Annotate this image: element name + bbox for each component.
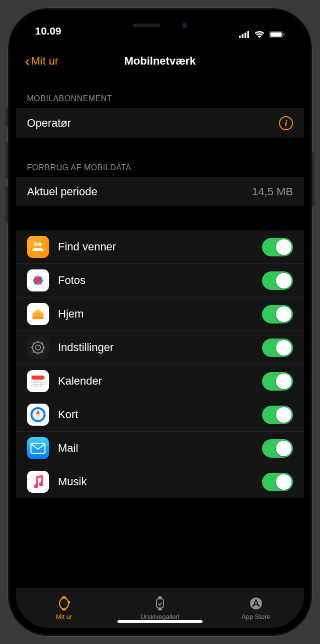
back-button[interactable]: ‹ Mit ur [25,54,58,69]
app-row-kalender: Kalender [16,365,304,398]
watch-face-icon [152,596,168,611]
svg-point-18 [36,345,40,350]
svg-rect-39 [62,596,66,598]
svg-rect-43 [158,596,162,598]
toggle-hjem[interactable] [262,305,293,324]
app-label: Fotos [58,274,262,287]
side-button [312,152,314,207]
music-icon [27,471,49,493]
silent-switch [6,107,8,127]
svg-rect-0 [239,36,241,38]
back-label: Mit ur [31,55,58,68]
svg-line-24 [42,351,43,353]
toggle-find-venner[interactable] [262,238,293,256]
tab-label: Mit ur [56,613,72,620]
app-label: Hjem [58,307,262,320]
svg-line-26 [33,351,34,353]
home-icon [27,303,49,325]
svg-point-45 [250,597,262,609]
settings-icon [27,337,49,359]
toggle-musik[interactable] [262,473,293,491]
info-icon[interactable]: i [279,116,293,130]
carrier-label: Operatør [27,117,71,130]
app-label: Kalender [58,375,262,388]
svg-point-8 [38,243,42,246]
app-list: Find venner Fotos Hjem [16,230,304,498]
tab-label: Urskivegalleri [140,613,180,620]
app-row-hjem: Hjem [16,297,304,331]
toggle-fotos[interactable] [262,271,293,290]
tab-label: App Store [242,613,270,620]
svg-rect-2 [244,33,246,38]
volume-up-button [6,142,8,179]
page-title: Mobilnetværk [124,55,196,68]
svg-point-7 [34,243,38,246]
chevron-left-icon: ‹ [25,54,30,69]
toggle-kort[interactable] [262,406,293,424]
wifi-icon [254,29,265,41]
toggle-kalender[interactable] [262,372,293,391]
app-row-kort: Kort [16,398,304,432]
svg-line-25 [42,343,43,344]
section-header-plan: MOBILABONNEMENT [16,78,304,108]
notch [98,16,222,34]
svg-rect-3 [248,31,250,38]
find-friends-icon [27,236,49,258]
home-indicator[interactable] [118,620,202,623]
app-label: Musik [58,475,262,488]
app-store-icon [248,596,264,611]
calendar-icon [27,370,49,392]
carrier-row[interactable]: Operatør i [16,108,304,138]
mail-icon [27,437,49,459]
app-row-musik: Musik [16,465,304,498]
status-time: 10.09 [35,25,62,44]
svg-line-23 [33,343,34,344]
content-area[interactable]: MOBILABONNEMENT Operatør i FORBRUG AF MO… [16,78,304,588]
toggle-indstillinger[interactable] [262,339,293,357]
maps-icon [27,404,49,426]
svg-rect-40 [62,608,66,610]
svg-rect-37 [31,443,45,453]
svg-rect-42 [156,599,164,608]
svg-rect-44 [158,608,162,610]
svg-rect-41 [69,601,70,603]
nav-bar: ‹ Mit ur Mobilnetværk [16,44,304,78]
svg-rect-1 [242,34,244,38]
battery-icon [269,29,285,41]
tab-my-watch[interactable]: Mit ur [16,588,112,628]
photos-icon [27,269,49,291]
period-value: 14,5 MB [252,185,293,198]
watch-icon [56,596,72,611]
toggle-mail[interactable] [262,439,293,458]
cellular-signal-icon [239,29,250,41]
app-label: Kort [58,408,262,421]
period-label: Aktuel periode [27,185,98,198]
volume-down-button [6,186,8,223]
app-label: Mail [58,442,262,455]
section-header-usage: FORBRUG AF MOBILDATA [16,147,304,177]
svg-point-38 [60,598,68,609]
app-label: Indstillinger [58,341,262,354]
device-frame: 10.09 ‹ Mit ur Mobilnetværk MOBILAB [7,7,313,637]
speaker [133,24,160,27]
svg-rect-6 [284,34,284,36]
svg-rect-5 [270,33,282,37]
tab-app-store[interactable]: App Store [208,588,304,628]
app-row-find-venner: Find venner [16,230,304,264]
screen: 10.09 ‹ Mit ur Mobilnetværk MOBILAB [16,16,304,628]
current-period-row[interactable]: Aktuel periode 14,5 MB [16,177,304,206]
app-row-indstillinger: Indstillinger [16,331,304,365]
svg-rect-28 [32,376,44,380]
app-label: Find venner [58,240,262,253]
app-row-mail: Mail [16,432,304,465]
front-camera [182,23,188,28]
app-row-fotos: Fotos [16,264,304,297]
